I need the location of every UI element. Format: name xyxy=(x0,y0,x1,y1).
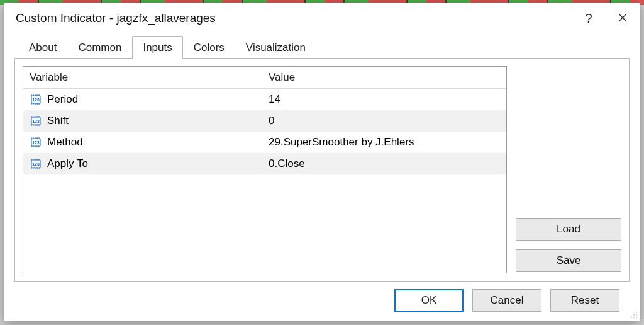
cancel-button[interactable]: Cancel xyxy=(472,289,541,312)
tab-common[interactable]: Common xyxy=(67,36,132,59)
tab-colors[interactable]: Colors xyxy=(183,36,235,59)
ok-button[interactable]: OK xyxy=(394,289,464,312)
tabpage-inputs: Variable Value 123 Period 14 xyxy=(14,59,630,282)
int-icon: 123 xyxy=(30,115,42,127)
custom-indicator-dialog: Custom Indicator - jagzfx_allaverages ? … xyxy=(4,3,640,321)
cell-variable: Period xyxy=(47,93,78,106)
reset-button[interactable]: Reset xyxy=(550,289,619,312)
load-button[interactable]: Load xyxy=(516,218,621,241)
svg-text:123: 123 xyxy=(32,140,40,145)
help-button[interactable]: ? xyxy=(572,3,606,33)
cell-value: 0.Close xyxy=(269,157,305,169)
cell-variable: Method xyxy=(47,136,83,149)
inputs-grid[interactable]: Variable Value 123 Period 14 xyxy=(23,66,507,273)
cell-value: 29.SuperSmoother by J.Ehlers xyxy=(269,136,414,148)
cell-value: 0 xyxy=(269,115,274,127)
int-icon: 123 xyxy=(30,94,42,105)
tabstrip: About Common Inputs Colors Visualization xyxy=(14,33,630,59)
grid-body: 123 Period 14 123 Shift xyxy=(23,89,506,273)
svg-text:123: 123 xyxy=(32,162,40,166)
grid-row[interactable]: 123 Shift 0 xyxy=(23,110,506,132)
dialog-footer: OK Cancel Reset xyxy=(14,282,630,312)
grid-row[interactable]: 123 Method 29.SuperSmoother by J.Ehlers xyxy=(23,132,506,153)
grid-header: Variable Value xyxy=(23,67,506,89)
header-value: Value xyxy=(269,71,295,83)
side-buttons: Load Save xyxy=(516,66,621,273)
save-button[interactable]: Save xyxy=(516,249,621,272)
cell-value: 14 xyxy=(269,93,280,105)
grid-row[interactable]: 123 Apply To 0.Close xyxy=(23,153,506,174)
cell-variable: Shift xyxy=(47,115,69,127)
cell-variable: Apply To xyxy=(47,157,88,170)
tab-about[interactable]: About xyxy=(18,36,67,59)
tab-inputs[interactable]: Inputs xyxy=(132,36,182,59)
window-title: Custom Indicator - jagzfx_allaverages xyxy=(16,11,216,25)
int-icon: 123 xyxy=(30,137,42,148)
close-button[interactable] xyxy=(606,3,640,33)
header-variable: Variable xyxy=(30,71,68,84)
grid-row[interactable]: 123 Period 14 xyxy=(23,89,506,110)
svg-text:123: 123 xyxy=(32,119,40,123)
tab-visualization[interactable]: Visualization xyxy=(235,36,316,59)
svg-text:123: 123 xyxy=(32,98,40,102)
int-icon: 123 xyxy=(30,158,42,169)
help-icon: ? xyxy=(585,11,592,26)
titlebar[interactable]: Custom Indicator - jagzfx_allaverages ? xyxy=(4,3,640,33)
close-icon xyxy=(618,11,627,25)
